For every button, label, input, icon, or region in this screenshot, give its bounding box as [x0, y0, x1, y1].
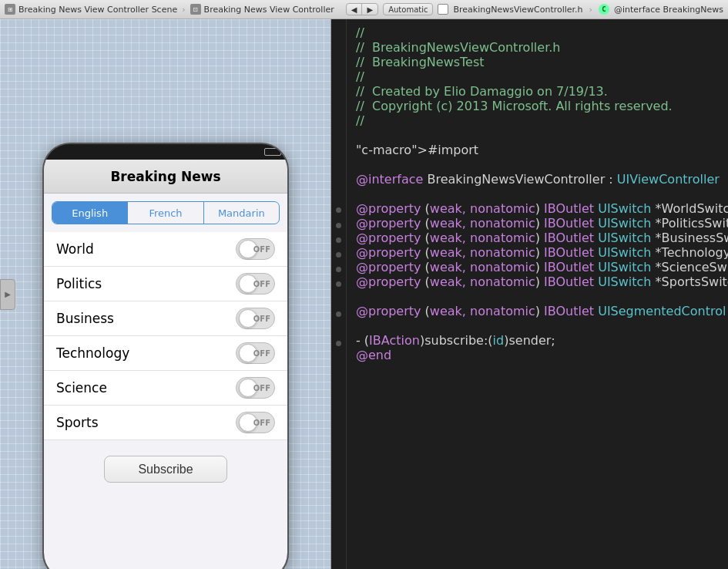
code-line: // BreakingNewsViewController.h — [356, 40, 560, 55]
code-gutter — [331, 19, 347, 569]
toggle-switch-technology[interactable]: OFF — [236, 342, 275, 364]
breadcrumb-scene[interactable]: Breaking News View Controller Scene — [18, 5, 177, 15]
gutter-row — [331, 129, 346, 143]
toggle-row-business: BusinessOFF — [44, 301, 287, 336]
code-line: // BreakingNewsTest — [356, 55, 485, 69]
gutter-row — [331, 322, 346, 336]
code-line: @property (weak, nonatomic) IBOutlet UIS… — [356, 201, 728, 216]
seg-btn-french[interactable]: French — [128, 202, 203, 224]
toggle-label: World — [56, 241, 94, 257]
gutter-row — [331, 159, 346, 173]
code-line: @property (weak, nonatomic) IBOutlet UIS… — [356, 274, 728, 289]
gutter-row — [331, 277, 346, 291]
code-line: @property (weak, nonatomic) IBOutlet UIS… — [356, 245, 728, 260]
gutter-dot — [336, 207, 341, 213]
toggle-row-world: WorldOFF — [44, 232, 287, 267]
toggle-row-sports: SportsOFF — [44, 406, 287, 440]
nav-buttons[interactable]: ◀ ▶ — [346, 3, 378, 15]
code-line: @interface BreakingNewsViewController : … — [356, 172, 720, 187]
code-line: // Copyright (c) 2013 Microsoft. All rig… — [356, 99, 673, 113]
battery-icon — [264, 148, 281, 156]
toggle-switch-politics[interactable]: OFF — [236, 273, 275, 295]
screen-title: Breaking News — [110, 169, 220, 184]
code-line: @end — [356, 348, 391, 362]
gutter-row — [331, 144, 346, 159]
scene-icon: ⊞ — [5, 4, 15, 15]
gutter-dot — [336, 341, 341, 346]
code-line: // Created by Elio Damaggio on 7/19/13. — [356, 84, 608, 99]
gutter-dot — [336, 281, 341, 287]
code-line: - (IBAction)subscribe:(id)sender; — [356, 333, 555, 348]
gutter-dot — [336, 252, 341, 258]
toggle-state-label: OFF — [253, 384, 270, 392]
toggle-state-label: OFF — [253, 245, 270, 254]
gutter-row — [331, 262, 346, 277]
gutter-row — [331, 114, 346, 129]
toggle-switch-business[interactable]: OFF — [236, 308, 275, 329]
toggle-label: Science — [56, 380, 107, 396]
phone-screen: Breaking News EnglishFrenchMandarin Worl… — [44, 160, 287, 569]
scheme-label[interactable]: Automatic — [384, 4, 432, 15]
file1-label[interactable]: BreakingNewsViewController.h — [453, 5, 582, 15]
code-line: // — [356, 113, 364, 128]
gutter-row — [331, 99, 346, 114]
file2-label[interactable]: @interface BreakingNews — [614, 5, 723, 15]
subscribe-button[interactable]: Subscribe — [104, 456, 227, 483]
toggle-row-politics: PoliticsOFF — [44, 267, 287, 301]
back-button[interactable]: ◀ — [347, 4, 363, 15]
segmented-control[interactable]: EnglishFrenchMandarin — [52, 201, 280, 224]
toolbar-right: ◀ ▶ Automatic BreakingNewsViewController… — [346, 3, 723, 15]
seg-btn-english[interactable]: English — [52, 202, 128, 224]
breadcrumb-controller[interactable]: Breaking News View Controller — [204, 5, 334, 15]
gutter-row — [331, 291, 346, 306]
phone-frame: Breaking News EnglishFrenchMandarin Worl… — [42, 143, 289, 569]
controller-icon: ⊡ — [190, 4, 201, 15]
code-line: @property (weak, nonatomic) IBOutlet UIS… — [356, 216, 728, 231]
toggle-state-label: OFF — [253, 419, 270, 427]
gutter-row — [331, 173, 346, 188]
class-icon: C — [599, 4, 609, 15]
toggle-list: WorldOFFPoliticsOFFBusinessOFFTechnology… — [44, 232, 287, 440]
toggle-label: Business — [56, 311, 114, 326]
main-area: Breaking News EnglishFrenchMandarin Worl… — [0, 19, 728, 569]
breadcrumb-sep-2: › — [589, 5, 592, 15]
toggle-row-science: ScienceOFF — [44, 371, 287, 406]
gutter-row — [331, 85, 346, 99]
gutter-dot — [336, 311, 341, 317]
seg-btn-mandarin[interactable]: Mandarin — [204, 202, 279, 224]
gutter-row — [331, 188, 346, 203]
screen-title-bar: Breaking News — [44, 160, 287, 194]
file1-icon — [438, 4, 448, 15]
toggle-label: Sports — [56, 415, 99, 430]
toggle-state-label: OFF — [253, 280, 270, 288]
gutter-row — [331, 307, 346, 322]
gutter-row — [331, 55, 346, 69]
toggle-label: Politics — [56, 276, 102, 291]
gutter-dot — [336, 237, 341, 243]
divider-handle[interactable] — [0, 279, 15, 310]
toggle-state-label: OFF — [253, 349, 270, 358]
code-line: @property (weak, nonatomic) IBOutlet UIS… — [356, 304, 728, 318]
code-line: @property (weak, nonatomic) IBOutlet UIS… — [356, 231, 728, 245]
toggle-switch-science[interactable]: OFF — [236, 377, 275, 399]
code-line: // — [356, 69, 364, 84]
code-content[interactable]: // // BreakingNewsViewController.h // Br… — [347, 19, 728, 569]
gutter-row — [331, 336, 346, 351]
gutter-dot — [336, 267, 341, 272]
scheme-selector[interactable]: Automatic — [383, 3, 433, 15]
code-line: "c-macro">#import — [356, 143, 478, 157]
gutter-row — [331, 233, 346, 247]
toggle-switch-world[interactable]: OFF — [236, 238, 275, 260]
gutter-row — [331, 351, 346, 365]
toggle-label: Technology — [56, 345, 129, 361]
gutter-row — [331, 25, 346, 40]
toggle-row-technology: TechnologyOFF — [44, 336, 287, 371]
code-line: @property (weak, nonatomic) IBOutlet UIS… — [356, 260, 728, 274]
canvas-panel: Breaking News EnglishFrenchMandarin Worl… — [0, 19, 331, 569]
toggle-state-label: OFF — [253, 315, 270, 323]
forward-button[interactable]: ▶ — [362, 4, 377, 15]
gutter-row — [331, 217, 346, 232]
toggle-switch-sports[interactable]: OFF — [236, 412, 275, 433]
code-line: // — [356, 25, 364, 40]
gutter-row — [331, 247, 346, 262]
